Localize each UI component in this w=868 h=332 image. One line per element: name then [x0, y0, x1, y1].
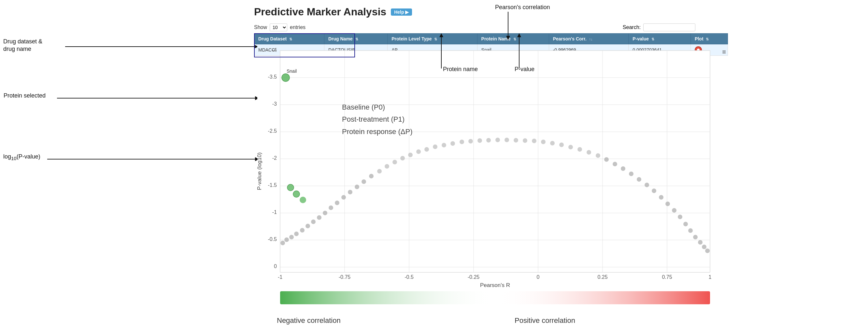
svg-point-94	[693, 235, 698, 239]
svg-text:-2: -2	[272, 155, 277, 161]
search-area: Search:	[623, 24, 695, 31]
svg-point-51	[348, 190, 352, 194]
sort-icon-drug-name: ⇅	[355, 37, 358, 41]
svg-text:0: 0	[274, 264, 277, 269]
svg-point-83	[621, 166, 625, 171]
svg-point-46	[317, 215, 321, 220]
svg-point-55	[377, 169, 382, 173]
svg-point-100	[293, 191, 300, 197]
svg-text:-1.5: -1.5	[268, 182, 277, 188]
col-protein-level-type[interactable]: Protein Level Type ⇅	[388, 34, 477, 44]
svg-point-58	[400, 156, 405, 161]
entries-select[interactable]: 10 25 50 100	[270, 24, 287, 31]
annotation-protein-name-top: Protein name	[443, 66, 478, 73]
svg-point-68	[486, 138, 491, 142]
negative-correlation-label: Negative correlation	[277, 316, 341, 325]
col-drug-dataset[interactable]: Drug Dataset ⇅	[254, 34, 324, 44]
svg-text:-3: -3	[272, 101, 277, 107]
legend-baseline: Baseline (P0)	[342, 101, 412, 113]
svg-text:Snail: Snail	[287, 68, 297, 74]
title-area: Predictive Marker Analysis Help ▶	[254, 6, 412, 18]
chart-svg: -4 -3.5 -3 -2.5 -2 -1.5 -1 -0.5 0 -1 -0.…	[254, 47, 726, 315]
svg-point-89	[665, 201, 670, 206]
show-label: Show	[254, 24, 267, 30]
svg-point-53	[362, 179, 366, 184]
svg-point-64	[451, 141, 455, 146]
sort-icon-protein-name: ⇅	[513, 37, 516, 41]
svg-point-81	[604, 157, 609, 162]
svg-point-93	[688, 228, 693, 233]
annotation-log-pvalue: log10(P-value)	[3, 153, 40, 161]
svg-point-50	[341, 195, 346, 200]
col-pvalue[interactable]: P-value ⇅	[629, 34, 691, 44]
help-badge[interactable]: Help ▶	[391, 8, 412, 16]
search-input[interactable]	[643, 24, 695, 31]
svg-text:-0.5: -0.5	[405, 274, 414, 280]
svg-text:-2.5: -2.5	[268, 128, 277, 134]
sort-icon-drug-dataset: ⇅	[289, 37, 292, 41]
svg-text:-0.75: -0.75	[339, 274, 351, 280]
svg-text:-0.5: -0.5	[268, 237, 277, 242]
col-protein-name[interactable]: Protein Name ⇅	[477, 34, 549, 44]
svg-point-92	[683, 222, 688, 226]
sort-icon-pvalue: ⇅	[651, 37, 654, 41]
svg-text:Pearson's R: Pearson's R	[480, 282, 510, 288]
col-plot[interactable]: Plot ⇅	[691, 34, 728, 44]
svg-point-90	[672, 208, 677, 213]
annotation-drug-dataset: Drug dataset &drug name	[3, 38, 42, 53]
svg-point-67	[477, 138, 482, 143]
svg-point-98	[282, 74, 289, 82]
svg-point-61	[424, 147, 429, 151]
svg-text:-0.25: -0.25	[468, 274, 480, 280]
legend-post-treatment: Post-treatment (P1)	[342, 113, 412, 125]
svg-point-70	[504, 138, 509, 142]
svg-point-39	[280, 241, 285, 245]
svg-point-82	[613, 162, 617, 166]
svg-point-87	[652, 189, 656, 193]
svg-point-59	[408, 153, 413, 157]
svg-point-88	[659, 195, 663, 200]
svg-point-72	[523, 138, 527, 143]
svg-rect-38	[280, 291, 710, 304]
page-container: Predictive Marker Analysis Help ▶ Show 1…	[0, 0, 868, 332]
svg-text:1: 1	[709, 274, 712, 280]
search-label: Search:	[623, 24, 641, 30]
svg-point-65	[460, 140, 464, 144]
svg-point-79	[587, 150, 591, 155]
show-entries-row: Show 10 25 50 100 entries	[254, 24, 306, 31]
chart-legend: Baseline (P0) Post-treatment (P1) Protei…	[342, 101, 412, 138]
svg-point-84	[629, 171, 633, 176]
legend-protein-response: Protein response (ΔP)	[342, 126, 412, 138]
annotation-pvalue-top: P-value	[515, 66, 534, 73]
svg-point-74	[541, 140, 546, 144]
svg-point-69	[495, 138, 500, 142]
svg-point-60	[416, 149, 421, 154]
svg-text:P-value (log10): P-value (log10)	[256, 152, 262, 190]
svg-point-44	[306, 224, 310, 228]
annotation-pearsons-top: Pearson's correlation	[495, 4, 550, 11]
svg-point-45	[311, 220, 316, 224]
sort-icon-protein-level: ⇅	[434, 37, 437, 41]
svg-point-91	[678, 215, 682, 219]
svg-text:-1: -1	[278, 274, 282, 280]
col-pearsons-corr[interactable]: Pearson's Corr. ↑↓	[549, 34, 629, 44]
positive-correlation-label: Positive correlation	[515, 316, 575, 325]
svg-point-76	[559, 142, 564, 147]
svg-point-62	[433, 144, 437, 149]
sort-icon-pearsons: ↑↓	[589, 37, 593, 41]
svg-point-86	[645, 183, 649, 187]
svg-point-40	[284, 238, 289, 242]
col-drug-name[interactable]: Drug Name ⇅	[324, 34, 387, 44]
svg-point-66	[468, 139, 473, 143]
svg-point-78	[578, 147, 582, 151]
svg-text:-1: -1	[272, 210, 277, 215]
svg-point-48	[329, 205, 333, 210]
svg-text:-4: -4	[272, 47, 277, 53]
svg-text:0: 0	[537, 274, 540, 280]
svg-point-85	[637, 177, 641, 182]
svg-point-75	[550, 141, 555, 145]
annotation-protein-selected: Protein selected	[4, 92, 45, 99]
svg-text:0.75: 0.75	[662, 274, 672, 280]
svg-point-49	[335, 200, 339, 205]
svg-point-97	[705, 249, 710, 253]
